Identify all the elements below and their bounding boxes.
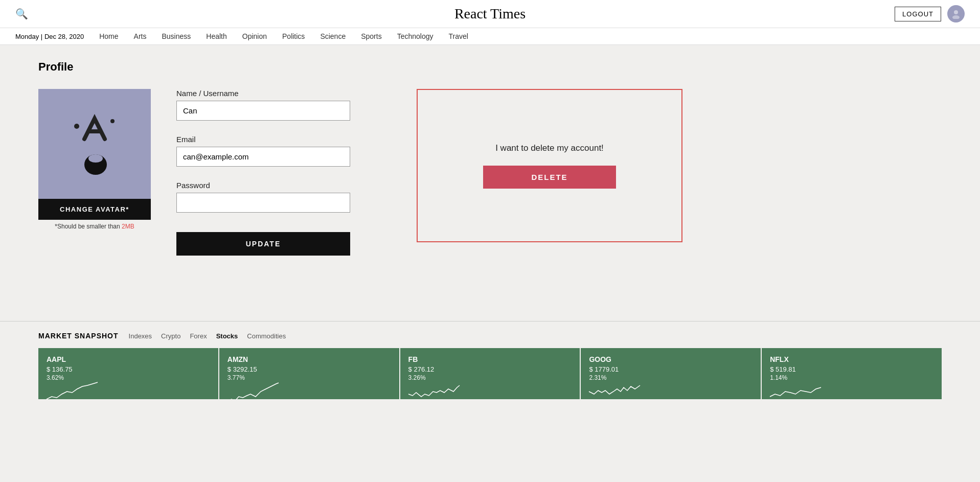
market-header: MARKET SNAPSHOT Indexes Crypto Forex Sto… — [38, 332, 942, 340]
nav-link-opinion[interactable]: Opinion — [242, 32, 267, 40]
nav-link-technology[interactable]: Technology — [397, 32, 434, 40]
market-tab-commodities[interactable]: Commodities — [247, 332, 286, 340]
stock-change-aapl: 3.62% — [47, 374, 210, 381]
stock-price-goog: $ 1779.01 — [589, 365, 753, 373]
stock-price-aapl: $ 136.75 — [47, 365, 210, 373]
header-right: LOGOUT — [895, 5, 965, 22]
sparkline-nflx — [770, 381, 821, 399]
site-logo: React Times — [454, 6, 526, 22]
nav-link-travel[interactable]: Travel — [448, 32, 468, 40]
stock-card-goog: GOOG $ 1779.01 2.31% — [581, 348, 761, 399]
delete-account-button[interactable]: DELETE — [483, 166, 616, 189]
nav-link-sports[interactable]: Sports — [361, 32, 381, 40]
name-label: Name / Username — [176, 89, 391, 98]
name-field-group: Name / Username — [176, 89, 391, 121]
market-tab-indexes[interactable]: Indexes — [129, 332, 152, 340]
stock-symbol-amzn: AMZN — [227, 355, 391, 363]
svg-point-3 — [110, 119, 115, 123]
page-title: Profile — [38, 60, 942, 74]
name-input[interactable] — [176, 101, 350, 121]
nav-link-science[interactable]: Science — [320, 32, 346, 40]
stock-symbol-nflx: NFLX — [770, 355, 933, 363]
stock-symbol-goog: GOOG — [589, 355, 753, 363]
stock-card-fb: FB $ 276.12 3.26% — [400, 348, 580, 399]
delete-account-section: I want to delete my account! DELETE — [417, 89, 682, 242]
change-avatar-button[interactable]: CHANGE AVATAR* — [38, 199, 151, 220]
form-section: Name / Username Email Password UPDATE — [176, 89, 391, 256]
nav-bar: Monday | Dec 28, 2020 Home Arts Business… — [0, 28, 980, 45]
update-button[interactable]: UPDATE — [176, 232, 350, 256]
stock-symbol-fb: FB — [408, 355, 572, 363]
sparkline-amzn — [227, 381, 279, 399]
avatar-image-box — [38, 89, 151, 199]
nav-link-arts[interactable]: Arts — [134, 32, 147, 40]
market-tabs: Indexes Crypto Forex Stocks Commodities — [129, 332, 286, 340]
delete-account-text: I want to delete my account! — [495, 143, 604, 153]
stock-price-nflx: $ 519.81 — [770, 365, 933, 373]
avatar-note: *Should be smaller than 2MB — [55, 223, 134, 230]
nav-date: Monday | Dec 28, 2020 — [15, 33, 84, 40]
stock-card-aapl: AAPL $ 136.75 3.62% — [38, 348, 218, 399]
main-content: Profile CH — [0, 45, 980, 321]
svg-point-0 — [954, 10, 958, 14]
nav-link-home[interactable]: Home — [99, 32, 118, 40]
stock-price-fb: $ 276.12 — [408, 365, 572, 373]
search-icon[interactable]: 🔍 — [15, 8, 28, 20]
header: 🔍 React Times LOGOUT — [0, 0, 980, 28]
email-input[interactable] — [176, 147, 350, 167]
nav-link-health[interactable]: Health — [206, 32, 226, 40]
market-cards: AAPL $ 136.75 3.62% AMZN $ 3292.15 3.77%… — [38, 348, 942, 399]
svg-point-5 — [88, 154, 103, 163]
avatar-size-link[interactable]: 2MB — [122, 223, 134, 230]
email-field-group: Email — [176, 135, 391, 167]
stock-change-amzn: 3.77% — [227, 374, 391, 381]
password-field-group: Password — [176, 181, 391, 213]
avatar-section: CHANGE AVATAR* *Should be smaller than 2… — [38, 89, 151, 230]
stock-symbol-aapl: AAPL — [47, 355, 210, 363]
market-tab-stocks[interactable]: Stocks — [216, 332, 238, 340]
stock-card-amzn: AMZN $ 3292.15 3.77% — [219, 348, 399, 399]
sparkline-goog — [589, 381, 640, 399]
logout-button[interactable]: LOGOUT — [895, 7, 941, 21]
password-input[interactable] — [176, 193, 350, 213]
avatar-svg — [54, 98, 135, 190]
password-label: Password — [176, 181, 391, 190]
email-label: Email — [176, 135, 391, 144]
stock-change-goog: 2.31% — [589, 374, 753, 381]
svg-point-2 — [74, 124, 79, 129]
nav-links: Home Arts Business Health Opinion Politi… — [99, 32, 468, 40]
market-tab-crypto[interactable]: Crypto — [161, 332, 180, 340]
stock-change-fb: 3.26% — [408, 374, 572, 381]
profile-layout: CHANGE AVATAR* *Should be smaller than 2… — [38, 89, 942, 256]
avatar-art — [38, 89, 151, 199]
sparkline-fb — [408, 381, 460, 399]
market-snapshot-title: MARKET SNAPSHOT — [38, 332, 119, 340]
stock-change-nflx: 1.14% — [770, 374, 933, 381]
svg-point-1 — [952, 15, 960, 19]
stock-price-amzn: $ 3292.15 — [227, 365, 391, 373]
sparkline-aapl — [47, 381, 98, 399]
user-avatar[interactable] — [947, 5, 965, 22]
nav-link-business[interactable]: Business — [162, 32, 191, 40]
market-section: MARKET SNAPSHOT Indexes Crypto Forex Sto… — [0, 321, 980, 399]
stock-card-nflx: NFLX $ 519.81 1.14% — [762, 348, 942, 399]
nav-link-politics[interactable]: Politics — [282, 32, 305, 40]
market-tab-forex[interactable]: Forex — [190, 332, 207, 340]
